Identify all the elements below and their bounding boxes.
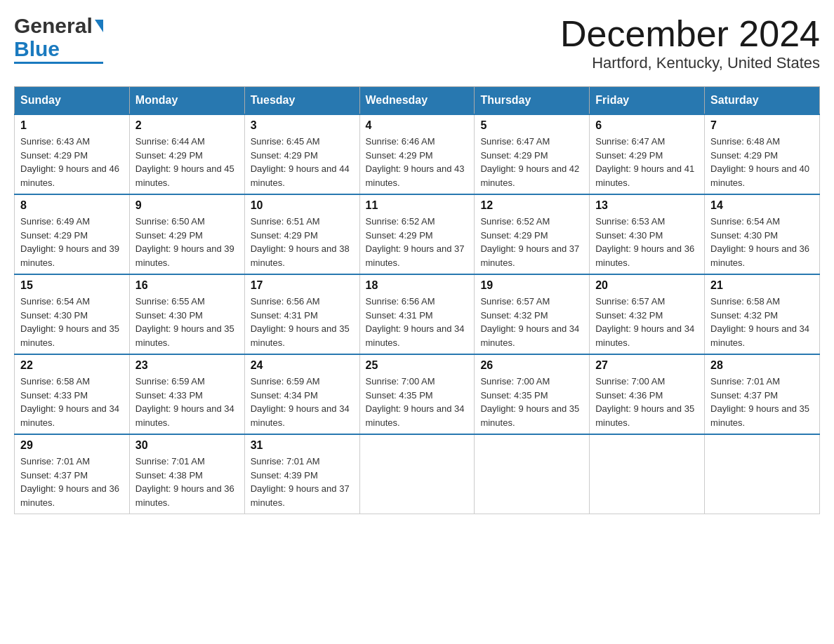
day-number: 8 (20, 199, 124, 212)
day-info: Sunrise: 7:01 AMSunset: 4:37 PMDaylight:… (20, 455, 124, 509)
day-number: 21 (710, 279, 814, 292)
calendar-cell: 14Sunrise: 6:54 AMSunset: 4:30 PMDayligh… (705, 194, 820, 274)
logo-underline (14, 62, 103, 64)
day-info: Sunrise: 6:58 AMSunset: 4:32 PMDaylight:… (710, 295, 814, 349)
day-number: 12 (480, 199, 583, 212)
calendar-cell: 8Sunrise: 6:49 AMSunset: 4:29 PMDaylight… (15, 194, 130, 274)
logo-general-text: General (14, 14, 93, 37)
title-block: December 2024 Hartford, Kentucky, United… (560, 14, 820, 72)
day-number: 28 (710, 359, 814, 372)
calendar-cell: 3Sunrise: 6:45 AMSunset: 4:29 PMDaylight… (244, 114, 359, 194)
calendar-cell: 28Sunrise: 7:01 AMSunset: 4:37 PMDayligh… (705, 354, 820, 434)
day-number: 29 (20, 439, 124, 452)
day-info: Sunrise: 6:54 AMSunset: 4:30 PMDaylight:… (20, 295, 124, 349)
col-header-tuesday: Tuesday (244, 87, 359, 115)
day-number: 10 (251, 199, 354, 212)
calendar-cell: 5Sunrise: 6:47 AMSunset: 4:29 PMDaylight… (475, 114, 590, 194)
day-info: Sunrise: 6:59 AMSunset: 4:33 PMDaylight:… (135, 375, 239, 429)
day-info: Sunrise: 6:54 AMSunset: 4:30 PMDaylight:… (710, 215, 814, 269)
col-header-friday: Friday (590, 87, 705, 115)
calendar-cell: 27Sunrise: 7:00 AMSunset: 4:36 PMDayligh… (590, 354, 705, 434)
calendar-cell: 29Sunrise: 7:01 AMSunset: 4:37 PMDayligh… (15, 434, 130, 514)
day-info: Sunrise: 6:53 AMSunset: 4:30 PMDaylight:… (595, 215, 699, 269)
day-number: 25 (366, 359, 469, 372)
day-number: 17 (251, 279, 354, 292)
day-info: Sunrise: 6:58 AMSunset: 4:33 PMDaylight:… (20, 375, 124, 429)
calendar-cell: 26Sunrise: 7:00 AMSunset: 4:35 PMDayligh… (475, 354, 590, 434)
day-number: 19 (480, 279, 583, 292)
calendar-cell: 15Sunrise: 6:54 AMSunset: 4:30 PMDayligh… (15, 274, 130, 354)
col-header-wednesday: Wednesday (359, 87, 475, 115)
day-info: Sunrise: 7:01 AMSunset: 4:37 PMDaylight:… (710, 375, 814, 429)
calendar-cell: 12Sunrise: 6:52 AMSunset: 4:29 PMDayligh… (475, 194, 590, 274)
week-row: 1Sunrise: 6:43 AMSunset: 4:29 PMDaylight… (15, 114, 820, 194)
calendar-cell: 19Sunrise: 6:57 AMSunset: 4:32 PMDayligh… (475, 274, 590, 354)
day-info: Sunrise: 6:52 AMSunset: 4:29 PMDaylight:… (366, 215, 469, 269)
day-number: 20 (595, 279, 699, 292)
day-info: Sunrise: 6:46 AMSunset: 4:29 PMDaylight:… (366, 135, 469, 189)
col-header-monday: Monday (129, 87, 244, 115)
day-number: 7 (710, 119, 814, 132)
col-header-thursday: Thursday (475, 87, 590, 115)
day-number: 31 (251, 439, 354, 452)
calendar-cell (359, 434, 475, 514)
calendar-cell: 2Sunrise: 6:44 AMSunset: 4:29 PMDaylight… (129, 114, 244, 194)
calendar-cell: 7Sunrise: 6:48 AMSunset: 4:29 PMDaylight… (705, 114, 820, 194)
day-info: Sunrise: 7:01 AMSunset: 4:39 PMDaylight:… (251, 455, 354, 509)
logo-triangle-icon (95, 20, 103, 32)
day-number: 3 (251, 119, 354, 132)
calendar-cell: 10Sunrise: 6:51 AMSunset: 4:29 PMDayligh… (244, 194, 359, 274)
day-info: Sunrise: 6:55 AMSunset: 4:30 PMDaylight:… (135, 295, 239, 349)
week-row: 8Sunrise: 6:49 AMSunset: 4:29 PMDaylight… (15, 194, 820, 274)
location-title: Hartford, Kentucky, United States (560, 54, 820, 72)
day-info: Sunrise: 6:51 AMSunset: 4:29 PMDaylight:… (251, 215, 354, 269)
day-number: 9 (135, 199, 239, 212)
day-number: 11 (366, 199, 469, 212)
day-info: Sunrise: 6:57 AMSunset: 4:32 PMDaylight:… (595, 295, 699, 349)
calendar-cell (475, 434, 590, 514)
day-info: Sunrise: 6:47 AMSunset: 4:29 PMDaylight:… (480, 135, 583, 189)
calendar-header-row: SundayMondayTuesdayWednesdayThursdayFrid… (15, 87, 820, 115)
day-info: Sunrise: 6:57 AMSunset: 4:32 PMDaylight:… (480, 295, 583, 349)
page-header: General Blue December 2024 Hartford, Ken… (14, 14, 820, 72)
calendar-cell: 23Sunrise: 6:59 AMSunset: 4:33 PMDayligh… (129, 354, 244, 434)
day-number: 23 (135, 359, 239, 372)
calendar-cell: 25Sunrise: 7:00 AMSunset: 4:35 PMDayligh… (359, 354, 475, 434)
day-number: 24 (251, 359, 354, 372)
day-number: 4 (366, 119, 469, 132)
day-info: Sunrise: 6:59 AMSunset: 4:34 PMDaylight:… (251, 375, 354, 429)
logo-blue-text: Blue (14, 37, 60, 60)
day-info: Sunrise: 6:49 AMSunset: 4:29 PMDaylight:… (20, 215, 124, 269)
calendar-cell: 11Sunrise: 6:52 AMSunset: 4:29 PMDayligh… (359, 194, 475, 274)
day-info: Sunrise: 6:50 AMSunset: 4:29 PMDaylight:… (135, 215, 239, 269)
day-number: 14 (710, 199, 814, 212)
calendar-cell: 22Sunrise: 6:58 AMSunset: 4:33 PMDayligh… (15, 354, 130, 434)
calendar-cell: 1Sunrise: 6:43 AMSunset: 4:29 PMDaylight… (15, 114, 130, 194)
calendar-cell: 6Sunrise: 6:47 AMSunset: 4:29 PMDaylight… (590, 114, 705, 194)
calendar-cell: 30Sunrise: 7:01 AMSunset: 4:38 PMDayligh… (129, 434, 244, 514)
calendar-cell: 9Sunrise: 6:50 AMSunset: 4:29 PMDaylight… (129, 194, 244, 274)
week-row: 29Sunrise: 7:01 AMSunset: 4:37 PMDayligh… (15, 434, 820, 514)
day-number: 22 (20, 359, 124, 372)
calendar-cell: 4Sunrise: 6:46 AMSunset: 4:29 PMDaylight… (359, 114, 475, 194)
calendar-cell: 20Sunrise: 6:57 AMSunset: 4:32 PMDayligh… (590, 274, 705, 354)
day-number: 16 (135, 279, 239, 292)
day-number: 6 (595, 119, 699, 132)
day-number: 30 (135, 439, 239, 452)
calendar-cell: 16Sunrise: 6:55 AMSunset: 4:30 PMDayligh… (129, 274, 244, 354)
week-row: 15Sunrise: 6:54 AMSunset: 4:30 PMDayligh… (15, 274, 820, 354)
calendar-cell: 18Sunrise: 6:56 AMSunset: 4:31 PMDayligh… (359, 274, 475, 354)
calendar-cell (705, 434, 820, 514)
day-info: Sunrise: 6:52 AMSunset: 4:29 PMDaylight:… (480, 215, 583, 269)
day-number: 5 (480, 119, 583, 132)
day-number: 18 (366, 279, 469, 292)
calendar-cell: 13Sunrise: 6:53 AMSunset: 4:30 PMDayligh… (590, 194, 705, 274)
calendar-table: SundayMondayTuesdayWednesdayThursdayFrid… (14, 86, 820, 514)
calendar-cell: 17Sunrise: 6:56 AMSunset: 4:31 PMDayligh… (244, 274, 359, 354)
day-info: Sunrise: 7:00 AMSunset: 4:36 PMDaylight:… (595, 375, 699, 429)
day-number: 2 (135, 119, 239, 132)
day-info: Sunrise: 6:56 AMSunset: 4:31 PMDaylight:… (366, 295, 469, 349)
logo: General Blue (14, 14, 103, 64)
day-info: Sunrise: 7:00 AMSunset: 4:35 PMDaylight:… (480, 375, 583, 429)
day-info: Sunrise: 6:45 AMSunset: 4:29 PMDaylight:… (251, 135, 354, 189)
